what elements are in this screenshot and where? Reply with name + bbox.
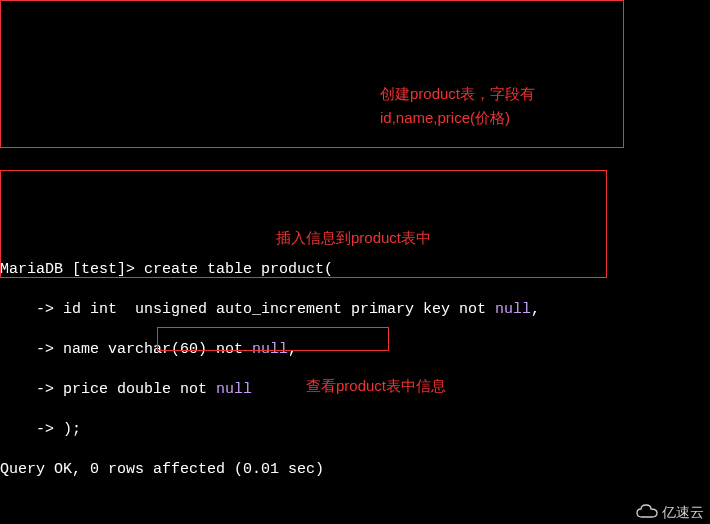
sql-prompt: MariaDB [test]> <box>0 261 135 278</box>
cloud-icon <box>636 504 658 520</box>
watermark: 亿速云 <box>636 502 704 522</box>
blank-line <box>0 500 710 520</box>
sql-stmt: ); <box>54 421 81 438</box>
watermark-text: 亿速云 <box>662 502 704 522</box>
sql-stmt: create table product( <box>135 261 333 278</box>
sql-stmt: price double not <box>54 381 216 398</box>
sql-stmt: name varchar(60) not <box>54 341 252 358</box>
sql-result: Query OK, 0 rows affected (0.01 sec) <box>0 460 710 480</box>
sql-cont: -> <box>0 301 54 318</box>
annot-label-insert: 插入信息到product表中 <box>276 228 431 248</box>
sql-stmt: , <box>531 301 540 318</box>
terminal-window: 创建product表，字段有 id,name,price(价格) 插入信息到pr… <box>0 0 710 524</box>
sql-keyword-null: null <box>252 341 288 358</box>
sql-stmt: , <box>288 341 297 358</box>
annot-label-create-1: 创建product表，字段有 <box>380 84 535 104</box>
sql-keyword-null: null <box>495 301 531 318</box>
annot-label-create-2: id,name,price(价格) <box>380 108 510 128</box>
sql-cont: -> <box>0 341 54 358</box>
sql-keyword-null: null <box>216 381 252 398</box>
sql-cont: -> <box>0 421 54 438</box>
sql-cont: -> <box>0 381 54 398</box>
sql-stmt: id int unsigned auto_increment primary k… <box>54 301 495 318</box>
annot-box-create <box>0 0 624 148</box>
